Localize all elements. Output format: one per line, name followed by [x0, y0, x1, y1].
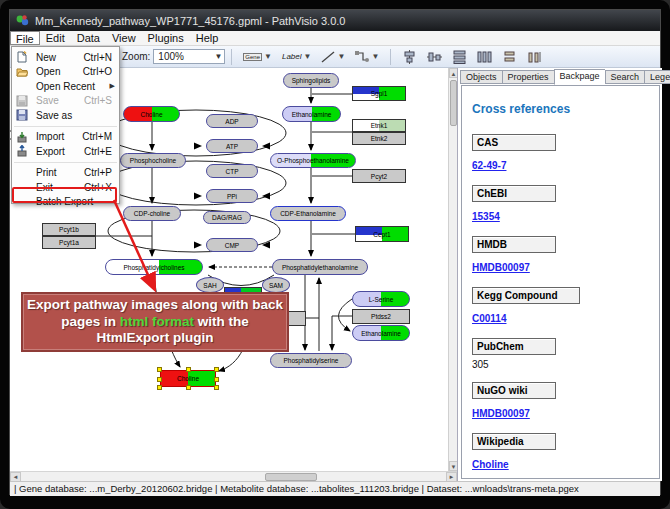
tab-legend[interactable]: Legend [644, 70, 670, 84]
pathway-node-selected[interactable]: Choline [160, 370, 216, 387]
annotation-line1: Export pathway images along with back [27, 297, 283, 314]
resize-handle[interactable] [157, 367, 162, 372]
pathway-node[interactable]: PPi [206, 189, 258, 203]
menu-edit[interactable]: Edit [40, 31, 71, 45]
pathway-gene-node[interactable]: Cept1 [355, 226, 409, 242]
pathway-gene-node[interactable] [288, 311, 306, 326]
annotation-line2: pages in html format with the [61, 314, 249, 331]
menu-separator [14, 123, 117, 127]
zoom-combobox[interactable]: 100% ▼ [153, 49, 225, 64]
draw-line-button[interactable]: ▼ [317, 48, 349, 65]
title-bar[interactable]: Mm_Kennedy_pathway_WP1771_45176.gpml - P… [10, 10, 660, 31]
pathway-node[interactable]: L-Serine [352, 291, 410, 307]
pathway-node[interactable]: Phosphatidylserine [270, 353, 352, 368]
pathway-node[interactable]: SAH [196, 277, 224, 293]
chevron-down-icon[interactable]: ▼ [212, 50, 224, 63]
resize-handle[interactable] [186, 367, 191, 372]
menu-help[interactable]: Help [190, 31, 225, 45]
open-folder-icon [16, 66, 28, 78]
pathway-node[interactable]: O-Phosphoethanolamine [270, 153, 356, 168]
xref-link[interactable]: 62-49-7 [472, 160, 506, 171]
pathway-node[interactable]: Choline [123, 106, 180, 122]
menu-item-print[interactable]: PrintCtrl+P [12, 166, 119, 181]
pathway-node[interactable]: DAG/RAG [203, 211, 251, 224]
chevron-down-icon: ▼ [371, 52, 379, 61]
label-icon: Label [282, 52, 302, 61]
menu-item-save[interactable]: SaveCtrl+S [12, 94, 119, 109]
pathway-node[interactable]: Phosphatidylcholines [105, 259, 203, 275]
pathway-gene-node[interactable]: Ptdss2 [352, 309, 410, 324]
screenshot-frame: Mm_Kennedy_pathway_WP1771_45176.gpml - P… [0, 0, 670, 509]
pathway-gene-node[interactable]: Etnk1 [352, 119, 406, 132]
pathway-node[interactable]: Phosphocholine [120, 153, 186, 168]
pathway-node[interactable]: CDP-Ethanolamine [270, 206, 346, 221]
pathway-node[interactable]: Ethanolamine [282, 106, 341, 122]
align-center-y-icon [427, 50, 442, 64]
menu-data[interactable]: Data [71, 31, 106, 45]
menu-item-open[interactable]: OpenCtrl+O [12, 65, 119, 80]
tab-search[interactable]: Search [605, 70, 645, 84]
menu-item-new[interactable]: NewCtrl+N [12, 50, 119, 65]
stack-horizontal-button[interactable] [523, 48, 546, 65]
pathway-node[interactable]: Phosphatidylethanolamine [272, 259, 368, 275]
pathway-gene-node[interactable]: Pcyt1b [42, 223, 96, 236]
add-label-button[interactable]: Label ▼ [278, 48, 316, 65]
menu-plugins[interactable]: Plugins [142, 31, 190, 45]
pathway-node[interactable]: Sphingolipids [283, 73, 339, 88]
xref-link[interactable]: Choline [472, 459, 509, 470]
align-center-x-button[interactable] [398, 48, 421, 65]
add-gene-button[interactable]: Gene ▼ [239, 48, 276, 65]
distribute-rows-button[interactable] [448, 48, 471, 65]
distribute-columns-button[interactable] [473, 48, 496, 65]
pathway-node[interactable]: ATP [206, 139, 258, 153]
pathway-node[interactable]: SAM [262, 277, 290, 293]
backpage-panel: Cross references CAS 62-49-7 ChEBI 15354… [461, 85, 660, 479]
gene-icon: Gene [243, 53, 262, 61]
menu-item-import[interactable]: ImportCtrl+M [12, 130, 119, 145]
pathway-node[interactable]: CDP-choline [123, 206, 181, 221]
horizontal-scroll-thumb[interactable] [265, 473, 317, 481]
stack-vertical-button[interactable] [498, 48, 521, 65]
tab-objects[interactable]: Objects [460, 70, 502, 84]
tab-backpage[interactable]: Backpage [554, 69, 605, 85]
canvas-vertical-scrollbar[interactable]: ▲ ▼ [448, 68, 457, 471]
resize-handle[interactable] [157, 377, 162, 382]
xref-link[interactable]: C00114 [472, 313, 506, 324]
resize-handle[interactable] [214, 367, 219, 372]
xref-link[interactable]: HMDB00097 [472, 408, 530, 419]
pathway-gene-node[interactable]: Sgpl1 [352, 86, 406, 101]
xref-section-pubchem: PubChem 305 [472, 338, 649, 370]
chevron-down-icon: ▼ [337, 52, 345, 61]
pathway-gene-node[interactable]: Etnk2 [352, 132, 406, 145]
xref-link[interactable]: 15354 [472, 211, 500, 222]
vertical-scroll-thumb[interactable] [450, 80, 457, 126]
pathway-node[interactable]: ADP [206, 114, 258, 128]
resize-handle[interactable] [214, 377, 219, 382]
side-panel: Objects Properties Backpage Search Legen… [457, 68, 662, 481]
xref-link[interactable]: HMDB00097 [472, 262, 530, 273]
resize-handle[interactable] [157, 385, 162, 390]
menu-item-open-recent[interactable]: Open Recent▶ [12, 79, 119, 94]
menu-file[interactable]: File [10, 31, 40, 45]
draw-connector-button[interactable]: ▼ [351, 48, 383, 65]
canvas-horizontal-scrollbar[interactable]: ◄ ► [10, 471, 457, 481]
xref-section-wikipedia: Wikipedia Choline [472, 433, 649, 472]
align-center-y-button[interactable] [423, 48, 446, 65]
pathway-gene-node[interactable]: Pcyt1a [42, 236, 96, 249]
distribute-rows-icon [452, 50, 467, 64]
pathway-node[interactable]: CTP [206, 164, 258, 178]
file-menu-dropdown: NewCtrl+N OpenCtrl+O Open Recent▶ SaveCt… [11, 46, 120, 204]
resize-handle[interactable] [186, 385, 191, 390]
pathway-gene-node[interactable]: Pcyt2 [352, 169, 406, 183]
tab-properties[interactable]: Properties [502, 70, 554, 84]
pathway-node[interactable]: Ethanolamine [352, 325, 410, 341]
stack-vertical-icon [502, 50, 517, 64]
align-center-x-icon [402, 50, 417, 64]
menu-item-save-as[interactable]: Save as [12, 108, 119, 123]
menu-item-export[interactable]: ExportCtrl+E [12, 144, 119, 159]
pathway-node[interactable]: CMP [206, 238, 258, 252]
submenu-arrow-icon: ▶ [110, 82, 115, 90]
resize-handle[interactable] [214, 385, 219, 390]
menu-view[interactable]: View [106, 31, 142, 45]
new-file-icon [16, 51, 28, 63]
